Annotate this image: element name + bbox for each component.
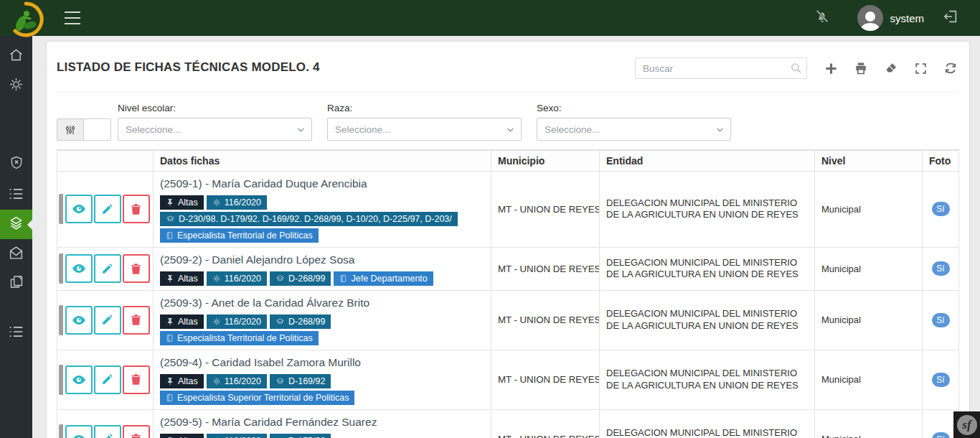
badge-resolucion: 116/2020 <box>207 271 267 286</box>
municipio-cell: MT - UNION DE REYES <box>491 247 600 290</box>
col-entidad[interactable]: Entidad <box>600 150 815 171</box>
search-box <box>635 57 807 79</box>
col-datos-fichas[interactable]: Datos fichas <box>154 150 491 171</box>
sidebar-item-documents[interactable] <box>0 269 32 298</box>
raza-select[interactable]: Seleccione... <box>327 118 522 141</box>
gear-icon <box>212 317 221 326</box>
column-filter-toggle[interactable] <box>57 118 111 141</box>
filter-count-box[interactable] <box>84 119 110 140</box>
edit-button[interactable] <box>94 365 121 394</box>
badge-label: 116/2020 <box>225 197 261 208</box>
badge-label: D-268/99 <box>288 274 325 284</box>
col-actions <box>57 150 154 171</box>
entidad-cell: DELEGACION MUNICIPAL DEL MINISTERIO DE L… <box>600 350 815 409</box>
delete-button[interactable] <box>123 306 150 335</box>
symfony-debug-toolbar-button[interactable]: sf <box>953 411 980 438</box>
sidebar-item-list-2[interactable] <box>0 318 32 348</box>
book-icon <box>339 274 347 283</box>
entidad-cell: DELEGACION MUNICIPAL DEL MINISTERIO DE L… <box>600 247 815 290</box>
add-button[interactable] <box>824 62 838 75</box>
menu-toggle-icon[interactable] <box>65 11 80 24</box>
nivel-cell: Municipal <box>815 290 923 350</box>
col-foto[interactable]: Foto <box>923 150 959 171</box>
edit-button[interactable] <box>94 254 121 283</box>
chevron-down-icon <box>715 125 725 136</box>
badge-label: Especialista Superior Territorial de Pol… <box>177 393 349 403</box>
select-value: Seleccione... <box>126 124 181 135</box>
copy-documents-icon <box>9 274 24 292</box>
badge-altas: Altas <box>160 374 204 388</box>
badge-label: Especialista Territorial de Politicas <box>177 333 313 343</box>
badge-label: D-169/92 <box>288 376 325 386</box>
sidebar-item-fichas[interactable] <box>0 210 32 239</box>
badge-decretos: D-169/92 <box>270 374 331 388</box>
badge-decretos: D-175/92 <box>270 434 331 438</box>
filter-label: Nivel escolar: <box>118 103 312 113</box>
col-municipio[interactable]: Municipio <box>491 150 600 171</box>
nivel-escolar-select[interactable]: Seleccione... <box>118 118 312 141</box>
sidebar-item-security[interactable] <box>0 149 32 179</box>
badge-label: Especialista Territorial de Politicas <box>177 230 313 241</box>
municipio-cell: MT - UNION DE REYES <box>491 290 600 350</box>
badge-decretos: D-230/98. D-179/92. D-169/92. D-268/99, … <box>160 212 458 226</box>
nivel-cell: Municipal <box>815 247 923 290</box>
user-avatar[interactable] <box>857 5 883 31</box>
sidebar-item-mail[interactable] <box>0 239 32 269</box>
card-toolbar <box>635 57 958 79</box>
filter-label: Sexo: <box>537 103 731 113</box>
edit-button[interactable] <box>94 425 121 438</box>
sidebar-item-list[interactable] <box>0 180 32 210</box>
row-drag-handle[interactable] <box>59 424 63 438</box>
view-button[interactable] <box>65 425 93 438</box>
delete-button[interactable] <box>123 365 150 394</box>
edit-button[interactable] <box>94 306 121 335</box>
badge-label: Altas <box>178 197 198 208</box>
badge-altas: Altas <box>160 434 204 438</box>
table-row: (2509-3) - Anet de la Caridad Álvarez Br… <box>57 290 959 350</box>
badges: Altas 116/2020 D-230/98. D-179/92. D-169… <box>160 195 484 243</box>
view-button[interactable] <box>65 254 93 283</box>
delete-button[interactable] <box>123 425 150 438</box>
badge-label: Altas <box>178 317 198 327</box>
delete-button[interactable] <box>123 195 150 223</box>
municipio-cell: MT - UNION DE REYES <box>491 171 600 247</box>
badge-label: 116/2020 <box>225 274 261 284</box>
fichas-table: Datos fichas Municipio Entidad Nivel Fot… <box>57 149 959 438</box>
notifications-muted-icon[interactable] <box>814 9 830 27</box>
select-value: Seleccione... <box>335 124 390 135</box>
app-logo-icon[interactable] <box>8 1 44 37</box>
clear-button[interactable] <box>884 61 898 75</box>
badge-label: Altas <box>178 436 198 438</box>
edit-button[interactable] <box>94 195 121 223</box>
row-drag-handle[interactable] <box>59 253 63 284</box>
badge-label: D-175/92 <box>288 436 325 438</box>
chevron-down-icon <box>296 125 306 136</box>
print-button[interactable] <box>854 61 868 75</box>
row-drag-handle[interactable] <box>59 365 63 395</box>
refresh-button[interactable] <box>943 61 958 75</box>
badge-altas: Altas <box>160 314 204 329</box>
row-drag-handle[interactable] <box>59 305 63 335</box>
fullscreen-button[interactable] <box>914 62 928 75</box>
delete-button[interactable] <box>123 254 150 283</box>
filter-label: Raza: <box>327 103 522 113</box>
sidebar-item-home[interactable] <box>0 42 32 71</box>
badge-label: D-268/99 <box>288 317 325 327</box>
view-button[interactable] <box>65 306 93 335</box>
content-card: LISTADO DE FICHAS TÉCNICAS MODELO. 4 <box>46 41 970 438</box>
sidebar-item-settings[interactable] <box>0 71 32 101</box>
filter-raza: Raza: Seleccione... <box>327 103 522 141</box>
logout-icon[interactable] <box>943 9 958 27</box>
view-button[interactable] <box>65 365 93 394</box>
badge-resolucion: 116/2020 <box>207 195 267 210</box>
search-input[interactable] <box>635 57 807 79</box>
badge-altas: Altas <box>160 195 204 210</box>
ficha-title: (2509-5) - María Caridad Fernández Suare… <box>160 416 484 429</box>
username-label[interactable]: system <box>890 12 924 24</box>
view-button[interactable] <box>65 195 93 223</box>
col-nivel[interactable]: Nivel <box>815 150 923 171</box>
row-drag-handle[interactable] <box>59 194 63 224</box>
sexo-select[interactable]: Seleccione... <box>537 118 731 141</box>
table-row: (2509-5) - María Caridad Fernández Suare… <box>57 409 959 438</box>
badge-decretos: D-268/99 <box>270 314 331 329</box>
